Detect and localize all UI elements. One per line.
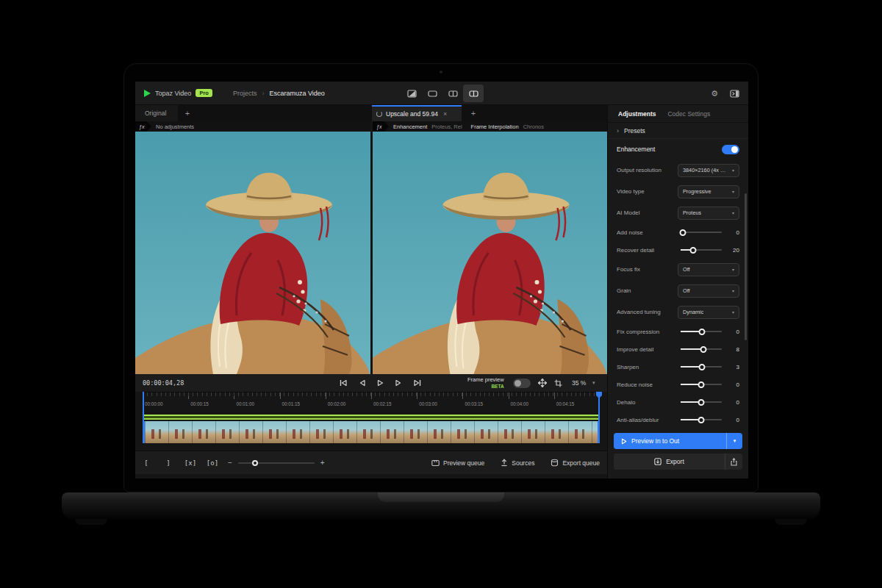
setting-label: Anti-alias/deblur	[617, 417, 659, 423]
set-out-point-button[interactable]: ]	[157, 459, 179, 467]
slider-value: 20	[729, 247, 739, 254]
enhancement-toggle[interactable]	[722, 145, 739, 154]
enhancement-overlay-value: Proteus, Rel	[431, 123, 462, 130]
step-forward-button[interactable]	[395, 379, 403, 387]
zoom-chevron-down-icon[interactable]: ▾	[592, 380, 595, 386]
view-mode-side-by-side-icon[interactable]	[463, 85, 484, 102]
tab-upscale[interactable]: Upscale and 59.94 ×	[372, 105, 462, 121]
current-timecode: 00:00:04,28	[135, 379, 184, 387]
frame-preview-toggle[interactable]	[513, 379, 531, 388]
setting-row-video-type: Video type Progressive ▾	[608, 181, 748, 202]
zoom-out-button[interactable]: −	[228, 459, 232, 467]
setting-label: Add noise	[617, 229, 643, 236]
slider-knob[interactable]	[698, 381, 705, 388]
setting-label: Output resolution	[617, 167, 662, 173]
go-to-end-button[interactable]	[413, 379, 422, 387]
preview-options-chevron[interactable]: ▾	[726, 433, 742, 449]
slider-knob[interactable]	[699, 364, 706, 370]
zoom-level-value[interactable]: 35 %	[572, 379, 586, 387]
export-button[interactable]: Export	[614, 453, 742, 470]
setting-row-focus-fix: Focus fix Off ▾	[608, 259, 748, 280]
frame-preview-label: Frame preview	[467, 377, 504, 383]
reduce-noise-slider[interactable]	[681, 381, 722, 388]
slider-knob[interactable]	[698, 417, 705, 423]
adjustments-panel: Adjustments Codec Settings › Presets Enh…	[607, 105, 748, 478]
fix-compression-slider[interactable]	[681, 329, 722, 335]
clear-in-out-button[interactable]: [x]	[179, 459, 201, 467]
breadcrumb-projects[interactable]: Projects	[233, 90, 257, 97]
enhancement-overlay-label: Enhancement	[393, 123, 427, 130]
advanced-tuning-dropdown[interactable]: Dynamic ▾	[678, 306, 739, 319]
slider-knob[interactable]	[680, 229, 686, 236]
crop-icon[interactable]	[554, 379, 562, 387]
dropdown-value: 3840×2160 (4x …	[683, 167, 725, 173]
video-preview-original[interactable]	[135, 132, 370, 374]
tab-adjustments[interactable]: Adjustments	[618, 110, 656, 118]
timeline-zoom-control: − +	[228, 459, 325, 467]
slider-value: 0	[729, 417, 739, 423]
pan-icon[interactable]	[538, 379, 547, 387]
tab-codec-settings[interactable]: Codec Settings	[667, 110, 710, 118]
export-queue-button[interactable]: Export queue	[551, 459, 600, 467]
ai-model-dropdown[interactable]: Proteus ▾	[678, 207, 739, 220]
chevron-down-icon: ▾	[732, 309, 734, 315]
tab-close-icon[interactable]: ×	[443, 110, 447, 118]
preview-queue-button[interactable]: Preview queue	[431, 459, 484, 467]
slider-knob[interactable]	[699, 329, 706, 335]
loop-in-out-button[interactable]: [o]	[201, 459, 223, 467]
anti-alias-deblur-slider[interactable]	[681, 417, 722, 423]
tab-upscale-label: Upscale and 59.94	[386, 110, 438, 118]
in-point-marker[interactable]	[143, 392, 144, 443]
setting-row-sharpen: Sharpen 3	[608, 358, 748, 376]
slider-knob[interactable]	[698, 399, 705, 406]
view-mode-split-icon[interactable]	[442, 85, 463, 102]
add-noise-slider[interactable]	[681, 229, 722, 236]
timeline-zoom-slider[interactable]	[238, 460, 315, 466]
zoom-slider-track	[238, 462, 315, 464]
clip-filmstrip[interactable]	[143, 421, 600, 443]
setting-label: AI Model	[617, 209, 640, 216]
frame-preview-group: Frame preview BETA	[467, 377, 504, 388]
step-back-button[interactable]	[358, 379, 366, 387]
slider-knob[interactable]	[700, 346, 706, 353]
share-icon[interactable]	[725, 453, 742, 470]
timeline-ruler[interactable]: 00:00:00 00:00:15 00:01:00 00:01:15 00:0…	[143, 392, 600, 412]
grain-dropdown[interactable]: Off ▾	[678, 284, 739, 298]
zoom-slider-knob[interactable]	[252, 460, 258, 466]
tab-original[interactable]: Original	[135, 105, 178, 121]
ruler-label: 00:04:00	[511, 401, 529, 406]
sharpen-slider[interactable]	[681, 364, 722, 370]
panel-scrollbar[interactable]	[745, 193, 747, 340]
view-mode-single-icon[interactable]	[422, 85, 442, 102]
improve-detail-slider[interactable]	[681, 346, 722, 353]
fx-icon[interactable]: ƒx	[373, 121, 389, 132]
slider-knob[interactable]	[689, 247, 696, 254]
set-in-point-button[interactable]: [	[135, 459, 157, 467]
focus-fix-dropdown[interactable]: Off ▾	[678, 263, 739, 276]
frame-interp-overlay-label: Frame Interpolation	[471, 123, 519, 130]
presets-row[interactable]: › Presets	[608, 123, 748, 139]
output-resolution-dropdown[interactable]: 3840×2160 (4x … ▾	[678, 164, 739, 177]
chevron-down-icon: ▾	[732, 267, 734, 272]
settings-gear-icon[interactable]: ⚙	[711, 90, 718, 98]
laptop-foot	[75, 519, 107, 525]
view-mode-original-icon[interactable]	[401, 85, 422, 102]
sources-button[interactable]: Sources	[501, 459, 534, 467]
go-to-start-button[interactable]	[339, 379, 348, 387]
playhead[interactable]	[598, 392, 600, 443]
zoom-in-button[interactable]: +	[320, 459, 325, 467]
preview-in-to-out-button[interactable]: Preview In to Out ▾	[614, 433, 742, 449]
dehalo-slider[interactable]	[681, 399, 722, 406]
ruler-label: 00:02:15	[373, 401, 392, 406]
app-logo[interactable]: Topaz Video Pro	[135, 89, 212, 97]
add-tab-button[interactable]: +	[178, 105, 197, 121]
play-button[interactable]	[376, 379, 384, 387]
laptop-screen: Topaz Video Pro Projects › Escaramuza Vi…	[123, 63, 759, 492]
toggle-panel-icon[interactable]	[730, 90, 739, 98]
add-tab-button-right[interactable]: +	[465, 105, 482, 121]
setting-label: Sharpen	[617, 364, 639, 370]
video-preview-enhanced[interactable]	[373, 132, 607, 374]
fx-icon[interactable]: ƒx	[135, 121, 151, 132]
video-type-dropdown[interactable]: Progressive ▾	[678, 185, 739, 198]
recover-detail-slider[interactable]	[681, 247, 722, 254]
